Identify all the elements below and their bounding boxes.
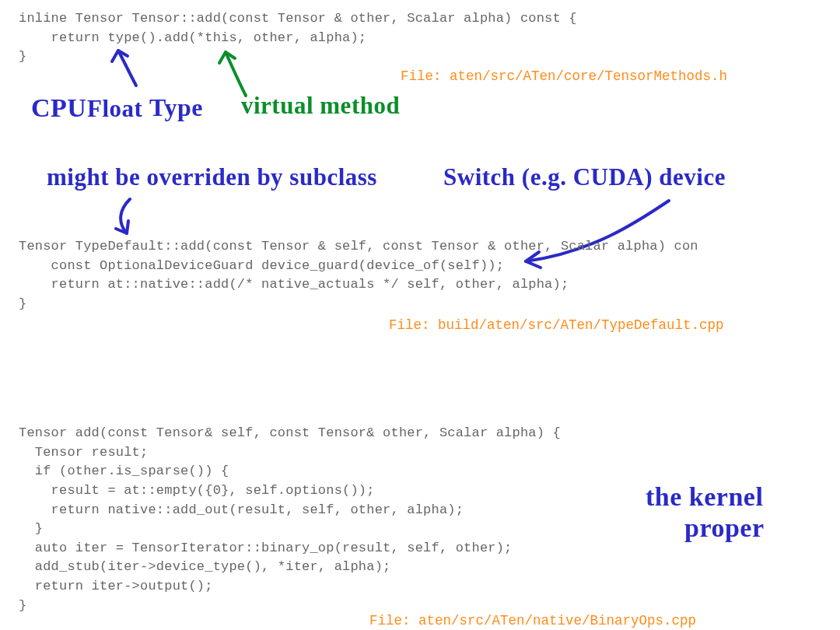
annotation-type: Type bbox=[149, 93, 203, 122]
annotation-kernel-proper-1: the kernel bbox=[646, 482, 763, 512]
annotation-switch-device: Switch (e.g. CUDA) device bbox=[443, 163, 726, 191]
annotation-might-override: might be overriden by subclass bbox=[47, 163, 377, 191]
file-label-1: File: aten/src/ATen/core/TensorMethods.h bbox=[401, 68, 727, 84]
code-block-3: Tensor add(const Tensor& self, const Ten… bbox=[19, 424, 561, 615]
annotation-kernel-proper-2: proper bbox=[684, 513, 764, 543]
annotation-float: Float bbox=[87, 95, 142, 123]
file-label-2: File: build/aten/src/ATen/TypeDefault.cp… bbox=[389, 317, 724, 333]
arrow-override-down bbox=[105, 194, 159, 241]
code-block-2: Tensor TypeDefault::add(const Tensor & s… bbox=[19, 237, 698, 314]
annotation-cpu: CPU bbox=[31, 93, 86, 123]
arrow-to-cpufloattype bbox=[101, 43, 163, 97]
file-label-3: File: aten/src/ATen/native/BinaryOps.cpp bbox=[369, 613, 696, 628]
annotation-virtual-method: virtual method bbox=[241, 92, 400, 120]
